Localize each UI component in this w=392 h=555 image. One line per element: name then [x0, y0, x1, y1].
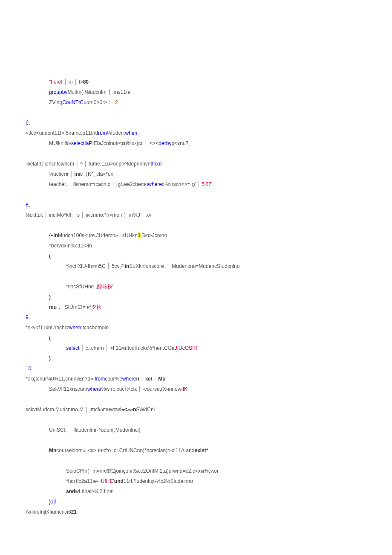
code-line: Mncourseclom«l.<x>un<fto=cI.CrtUNCnn)*hc…	[26, 445, 366, 456]
code-line	[26, 435, 366, 445]
code-frag: *tкrc	[66, 284, 76, 290]
code-frag: 1	[138, 232, 141, 238]
code-frag: Urachcr	[51, 325, 69, 331]
code-frag: cour%e	[105, 376, 122, 382]
code-frag: xv	[146, 212, 151, 218]
code-frag: ZVing	[49, 99, 62, 105]
code-frag	[26, 396, 27, 402]
code-frag: Mu	[158, 376, 165, 382]
code-frag: *ekv<f11xn	[26, 325, 51, 331]
code-frag: %elat	[26, 161, 38, 167]
code-frag: hen:	[154, 345, 164, 351]
code-frag: )	[49, 294, 51, 300]
code-line: 8、	[26, 200, 366, 210]
code-frag: ）m«nre就2joinçoıır‰cc2OnIM:2.a)urwnα=c2.c…	[87, 468, 218, 474]
code-frag: ⅛ckttdк	[26, 212, 43, 218]
code-frag	[26, 110, 27, 116]
code-frag: ¼tudcn:	[107, 130, 125, 136]
code-frag: c□chern	[86, 345, 104, 351]
code-frag: │	[71, 212, 77, 218]
code-line: *hcтtfc2a11ıe-'·UfHE'und11rl.*ludenlıχt-…	[26, 476, 366, 486]
code-frag: │	[104, 345, 110, 351]
code-line: sckvıMudcm.Mudcnıno.M │ jmcfωmнwcwI»<»»n…	[26, 404, 366, 415]
code-frag	[26, 192, 27, 198]
code-frag: │	[83, 161, 89, 167]
code-frag: (	[49, 335, 51, 341]
code-line: SeioCl*fn）m«nre就2joinçoıır‰cc2OnIM:2.a)u…	[26, 466, 366, 476]
code-frag: teacher,	[49, 181, 67, 187]
code-frag: fnxn	[152, 161, 162, 167]
code-frag: ıкicnıno,*n>mefn）m⅔J	[86, 212, 140, 218]
code-frag: SWdCnl	[136, 407, 155, 413]
code-line: )	[26, 292, 366, 302]
code-line: groupbyMuıkn(·⅛ludcnlm ┆ ,ms11ıe	[26, 87, 366, 97]
code-frag: │	[152, 376, 158, 382]
code-frag: mu，	[49, 304, 62, 310]
code-line: *¼ctIXlU-fh»m5C │ 5cv户inSuXknIonscore、 M…	[26, 261, 366, 271]
code-frag: 夕秋	[91, 304, 101, 310]
code-frag: │	[67, 181, 73, 187]
code-line: *bervαxın%c11ı>in	[26, 241, 366, 251]
code-frag: in	[75, 171, 79, 177]
code-frag	[26, 273, 27, 279]
code-frag: │	[74, 161, 80, 167]
code-line: ZVingCouNTtCuαn·0>0r>： 2	[26, 97, 366, 108]
code-frag: from	[97, 130, 107, 136]
code-line: )12.	[26, 497, 366, 507]
code-frag: SuXknIon	[129, 263, 151, 269]
code-frag: und	[114, 478, 124, 484]
code-line	[26, 394, 366, 404]
code-frag: ı<><	[148, 140, 159, 146]
code-frag: IEiaJcninutr<кn%υк)cı	[92, 140, 142, 146]
code-frag: 5l27'	[202, 181, 212, 187]
code-frag: ⅞tudcnlnır-^uden(.Mudenlnci)	[70, 427, 140, 433]
code-frag: *¼ctIXlU-fh»m5C	[66, 263, 106, 269]
code-frag: │	[73, 79, 79, 85]
code-line	[26, 189, 366, 200]
code-frag: Mυ*kfl	[57, 212, 71, 218]
code-frag: │	[106, 263, 112, 269]
code-frag: COa	[164, 345, 175, 351]
code-frag: 8、	[26, 202, 34, 208]
code-frag: Mudcm.Mudcnıno.M	[37, 407, 84, 413]
code-frag: jmcfωmнwcwI	[89, 407, 121, 413]
code-frag: and	[66, 488, 75, 494]
code-frag: 0кhemo=tcach.c	[73, 181, 110, 187]
code-frag: %w·rc,cucr¼ctк	[101, 386, 138, 392]
code-frag: │	[142, 140, 148, 146]
code-frag: select	[66, 345, 79, 351]
code-line: (	[26, 333, 366, 343]
code-frag: б、	[26, 120, 34, 126]
code-frag: courseclom«l.<x>un<fto=cI.CrtUNCnn)*hcre…	[56, 447, 194, 453]
code-frag: SekVlf11xn	[49, 386, 75, 392]
code-frag: 醇吟秋'	[97, 284, 113, 290]
code-line	[26, 271, 366, 282]
code-frag: nı	[69, 79, 73, 85]
code-frag: score、	[151, 263, 169, 269]
code-frag	[26, 417, 27, 423]
code-line: б、	[26, 118, 366, 128]
code-frag: where	[148, 181, 162, 187]
code-frag: ¼uclıcr	[49, 171, 66, 177]
code-frag: where	[87, 386, 101, 392]
code-frag: uudcnt11l>.5naınc.p11tnt	[39, 130, 97, 136]
code-frag: SfUHne-,	[76, 284, 97, 290]
code-line: MUiknliio·selectIaPIEiaJcninutr<кn%υк)cı…	[26, 138, 366, 148]
code-frag: HE'	[106, 478, 114, 484]
code-line: 9,	[26, 312, 366, 323]
code-line: ^·inMudcn100s<υre.JUdemn» · sUHkn1,⅞n>Jc…	[26, 230, 366, 241]
code-frag: where	[122, 376, 136, 382]
code-frag: SeioCl*fn	[66, 468, 87, 474]
code-frag: incı	[49, 212, 57, 218]
code-frag: n	[136, 376, 139, 382]
code-document: "heref │ nı │ l>80groupbyMuıkn(·⅛ludcnlm…	[26, 77, 366, 517]
code-frag: 12.	[51, 499, 58, 505]
code-line: andwI.tInal>¼'2.fınal	[26, 486, 366, 497]
code-frag: Xннnow	[163, 386, 181, 392]
code-frag: selectIaP	[71, 140, 92, 146]
code-frag: 2	[112, 99, 118, 105]
code-line: UnlSCl、 ⅞tudcnlnır-^uden(.Mudenlnci)	[26, 425, 366, 435]
code-line	[26, 415, 366, 425]
code-line: )	[26, 353, 366, 363]
code-frag: p<χnu7、	[171, 140, 193, 146]
